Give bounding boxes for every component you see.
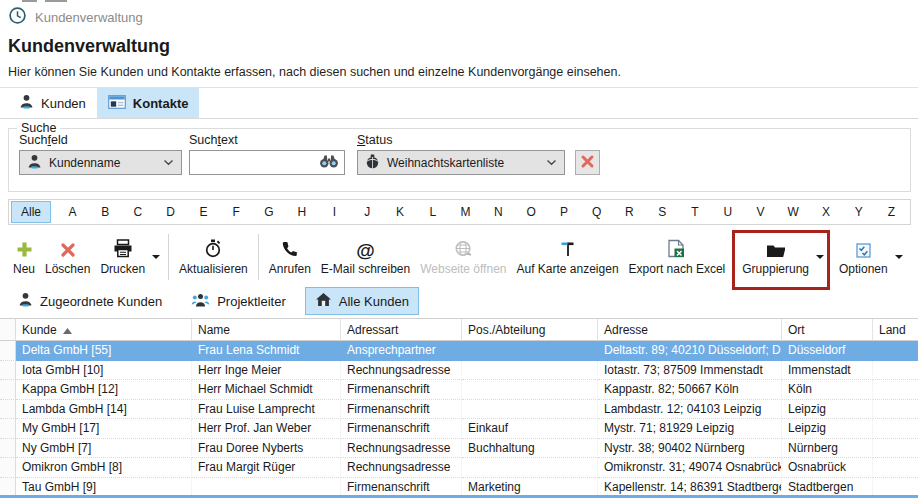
tab-kunden[interactable]: Kunden [8, 88, 97, 118]
alpha-filter-a[interactable]: A [56, 205, 89, 219]
alpha-filter-r[interactable]: R [613, 205, 646, 219]
column-header-land[interactable]: Land [873, 319, 918, 341]
column-header-kunde[interactable]: Kunde [16, 319, 192, 341]
tab-kontakte[interactable]: Kontakte [97, 88, 200, 118]
aktualisieren-button[interactable]: Aktualisieren [174, 235, 253, 279]
cell-kunde: My GmbH [17] [16, 419, 192, 439]
subtab-zugeordnete-kunden[interactable]: Zugeordnete Kunden [8, 287, 172, 315]
suchtext-input[interactable] [195, 151, 319, 174]
table-row[interactable]: Lambda GmbH [14]Frau Luise LamprechtFirm… [0, 400, 918, 420]
subtab-projektleiter[interactable]: Projektleiter [181, 288, 296, 315]
alpha-filter-q[interactable]: Q [580, 205, 613, 219]
cell-ort: Leipzig [782, 400, 873, 420]
table-row[interactable]: Delta GmbH [55]Frau Lena SchmidtAnsprech… [0, 341, 918, 361]
clear-status-button[interactable] [575, 150, 600, 175]
löschen-button[interactable]: Löschen [40, 235, 95, 279]
cell-adressart: Firmenanschrift [341, 419, 462, 439]
table-row[interactable]: Omikron GmbH [8]Frau Margit RügerRechnun… [0, 458, 918, 478]
alpha-filter-j[interactable]: J [351, 205, 384, 219]
column-header-adresse[interactable]: Adresse [598, 319, 782, 341]
person-icon [18, 292, 33, 310]
gruppierung-button[interactable]: Gruppierung [737, 235, 814, 279]
toolbar-item-webseite-öffnen: Webseite öffnen [415, 231, 511, 283]
cell-adressart: Rechnungsadresse [341, 361, 462, 381]
cell-kunde: Lambda GmbH [14] [16, 400, 192, 420]
column-header-name[interactable]: Name [192, 319, 341, 341]
alpha-filter-u[interactable]: U [711, 205, 744, 219]
row-indicator [0, 458, 16, 478]
alpha-filter-v[interactable]: V [744, 205, 777, 219]
webseite-öffnen-button: Webseite öffnen [415, 235, 511, 279]
breadcrumb-label: Kundenverwaltung [35, 10, 143, 25]
alpha-filter-p[interactable]: P [548, 205, 581, 219]
alpha-filter-e[interactable]: E [187, 205, 220, 219]
column-header-label: Kunde [22, 323, 57, 337]
cell-kunde: Omikron GmbH [8] [16, 458, 192, 478]
alpha-filter-d[interactable]: D [154, 205, 187, 219]
suchfeld-dropdown[interactable]: Kundenname [19, 150, 182, 175]
cell-name: Herr Prof. Jan Weber [192, 419, 341, 439]
alpha-filter-alle[interactable]: Alle [11, 201, 51, 223]
alpha-filter-o[interactable]: O [515, 205, 548, 219]
cell-name: Frau Doree Nyberts [192, 439, 341, 459]
column-header-adressart[interactable]: Adressart [341, 319, 462, 341]
alpha-filter-w[interactable]: W [777, 205, 810, 219]
toolbar-item-löschen: Löschen [40, 231, 95, 283]
drucken-button[interactable]: Drucken [95, 235, 150, 279]
cell-adresse: Omikronstr. 31; 49074 Osnabrück [598, 458, 782, 478]
toolbar-button-label: Anrufen [269, 262, 311, 276]
subtab-label: Alle Kunden [339, 294, 409, 309]
anrufen-button[interactable]: Anrufen [264, 235, 316, 279]
cell-name: Frau Lena Schmidt [192, 341, 341, 361]
status-dropdown[interactable]: Weihnachtskartenliste [357, 150, 565, 175]
e-mail-schreiben-button[interactable]: @E-Mail schreiben [316, 235, 415, 279]
alpha-filter-x[interactable]: X [810, 205, 843, 219]
suchfeld-value: Kundenname [49, 156, 120, 170]
ornament-icon [365, 154, 380, 172]
auf-karte-anzeigen-button[interactable]: Auf Karte anzeigen [511, 235, 623, 279]
alpha-filter-z[interactable]: Z [875, 205, 908, 219]
cell-pos [462, 380, 598, 400]
neu-button[interactable]: Neu [8, 235, 40, 279]
chevron-down-icon[interactable] [816, 255, 824, 259]
page-title: Kundenverwaltung [8, 36, 170, 57]
chevron-down-icon[interactable] [895, 255, 903, 259]
breadcrumb[interactable]: Kundenverwaltung [8, 6, 143, 28]
alpha-filter-c[interactable]: C [122, 205, 155, 219]
cell-adresse: Nystr. 38; 90402 Nürnberg [598, 439, 782, 459]
cell-land [873, 400, 918, 420]
optionen-button[interactable]: Optionen [834, 235, 893, 279]
alpha-filter-g[interactable]: G [253, 205, 286, 219]
toolbar-item-auf-karte-anzeigen: Auf Karte anzeigen [511, 231, 623, 283]
alpha-filter-m[interactable]: M [449, 205, 482, 219]
cell-ort: Leipzig [782, 419, 873, 439]
export-nach-excel-button[interactable]: Export nach Excel [624, 235, 731, 279]
alpha-filter-f[interactable]: F [220, 205, 253, 219]
alpha-filter-y[interactable]: Y [842, 205, 875, 219]
alpha-filter-h[interactable]: H [285, 205, 318, 219]
column-header-label: Name [198, 323, 230, 337]
table-row[interactable]: My GmbH [17]Herr Prof. Jan WeberFirmenan… [0, 419, 918, 439]
table-row[interactable]: Kappa GmbH [12]Herr Michael SchmidtFirme… [0, 380, 918, 400]
alpha-filter-i[interactable]: I [318, 205, 351, 219]
column-header-pos-abteilung[interactable]: Pos./Abteilung [462, 319, 598, 341]
search-groupbox: Suche Suchfeld Kundenname Suchtext Statu… [8, 128, 911, 192]
person-icon [27, 154, 42, 172]
alpha-filter-n[interactable]: N [482, 205, 515, 219]
alpha-filter-k[interactable]: K [384, 205, 417, 219]
subtab-alle-kunden[interactable]: Alle Kunden [305, 287, 419, 315]
alpha-filter-b[interactable]: B [89, 205, 122, 219]
alpha-filter-s[interactable]: S [646, 205, 679, 219]
column-header-label: Land [879, 323, 906, 337]
alpha-filter-t[interactable]: T [679, 205, 712, 219]
table-row[interactable]: Iota GmbH [10]Herr Inge MeierRechnungsad… [0, 361, 918, 381]
chevron-down-icon[interactable] [152, 255, 160, 259]
alpha-filter-l[interactable]: L [416, 205, 449, 219]
row-indicator [0, 361, 16, 381]
toolbar-button-label: Neu [13, 262, 35, 276]
main-tabstrip: Kunden Kontakte [0, 88, 918, 119]
toolbar-item-anrufen: Anrufen [264, 231, 316, 283]
table-row[interactable]: Ny GmbH [7]Frau Doree NybertsRechnungsad… [0, 439, 918, 459]
column-header-ort[interactable]: Ort [782, 319, 873, 341]
toolbar-button-label: Optionen [839, 262, 888, 276]
